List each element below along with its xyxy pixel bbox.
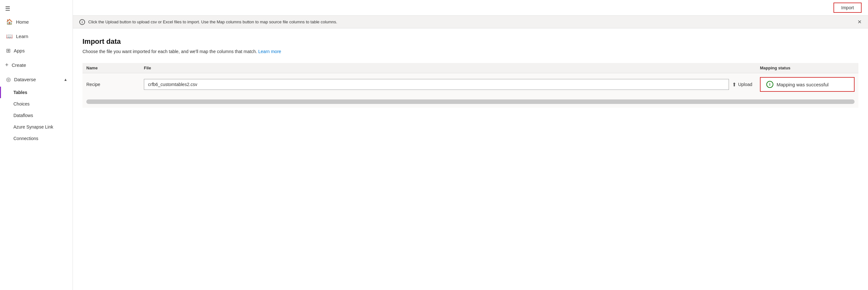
sidebar-item-create[interactable]: + Create — [0, 58, 72, 72]
file-input-wrapper: ⬆ Upload — [144, 79, 752, 90]
upload-arrow-icon: ⬆ — [732, 82, 736, 88]
sidebar-item-home[interactable]: 🏠 Home — [0, 15, 72, 29]
info-bar-text: Click the Upload button to upload csv or… — [88, 20, 337, 24]
topbar: Import — [73, 0, 868, 16]
learn-more-link[interactable]: Learn more — [258, 49, 281, 54]
sidebar-item-dataverse-label: Dataverse — [14, 77, 36, 82]
sidebar-item-apps-label: Apps — [14, 48, 25, 54]
chevron-up-icon: ▲ — [64, 77, 67, 82]
sidebar-item-learn[interactable]: 📖 Learn — [0, 29, 72, 43]
learn-icon: 📖 — [6, 33, 13, 40]
mapping-success-box: i Mapping was successful — [760, 77, 855, 92]
sidebar-sub-choices[interactable]: Choices — [0, 98, 72, 110]
row-name-cell: Recipe — [83, 73, 140, 96]
sidebar-sub-choices-label: Choices — [13, 101, 30, 106]
mapping-status-text: Mapping was successful — [777, 82, 829, 87]
hamburger-icon[interactable]: ☰ — [5, 5, 10, 12]
sidebar-sub-azure-synapse-label: Azure Synapse Link — [13, 124, 53, 129]
table-row: Recipe ⬆ Upload i Mappi — [83, 73, 859, 96]
sidebar-item-apps[interactable]: ⊞ Apps — [0, 43, 72, 58]
upload-button-label: Upload — [738, 82, 752, 87]
sidebar-sub-dataflows[interactable]: Dataflows — [0, 110, 72, 121]
info-bar-close-button[interactable]: ✕ — [858, 19, 862, 25]
content-area: Import data Choose the file you want imp… — [73, 28, 868, 290]
table-header: Name File Mapping status — [83, 63, 859, 73]
sidebar-item-create-label: Create — [12, 62, 26, 68]
sidebar-sub-tables[interactable]: Tables — [0, 87, 72, 98]
content-description: Choose the file you want imported for ea… — [83, 49, 859, 54]
info-icon: i — [79, 19, 85, 25]
table-body: Recipe ⬆ Upload i Mappi — [83, 73, 859, 108]
content-description-text: Choose the file you want imported for ea… — [83, 49, 257, 54]
sidebar: ☰ 🏠 Home 📖 Learn ⊞ Apps + Create ◎ Datav… — [0, 0, 73, 290]
apps-icon: ⊞ — [6, 47, 10, 54]
home-icon: 🏠 — [6, 19, 13, 25]
horizontal-scrollbar[interactable] — [86, 99, 855, 104]
scrollbar-cell — [83, 96, 859, 108]
import-button[interactable]: Import — [834, 3, 862, 13]
sidebar-sub-connections[interactable]: Connections — [0, 133, 72, 144]
scrollbar-row — [83, 96, 859, 108]
row-mapping-status-cell: i Mapping was successful — [756, 73, 859, 96]
main-content: Import i Click the Upload button to uplo… — [73, 0, 868, 290]
col-header-name: Name — [83, 63, 140, 73]
col-header-mapping-status: Mapping status — [756, 63, 859, 73]
sidebar-sub-tables-label: Tables — [13, 90, 27, 95]
create-icon: + — [5, 62, 9, 68]
sidebar-sub-azure-synapse[interactable]: Azure Synapse Link — [0, 121, 72, 133]
success-icon: i — [766, 81, 773, 88]
sidebar-item-home-label: Home — [16, 19, 29, 25]
file-input[interactable] — [144, 79, 729, 90]
import-table: Name File Mapping status Recipe ⬆ Upload — [83, 63, 859, 108]
page-title: Import data — [83, 37, 859, 46]
sidebar-header: ☰ — [0, 0, 72, 15]
sidebar-item-dataverse[interactable]: ◎ Dataverse ▲ — [0, 72, 72, 87]
dataverse-icon: ◎ — [6, 76, 11, 83]
sidebar-sub-connections-label: Connections — [13, 136, 38, 141]
col-header-file: File — [140, 63, 756, 73]
sidebar-sub-dataflows-label: Dataflows — [13, 113, 33, 118]
sidebar-item-learn-label: Learn — [16, 34, 28, 39]
row-file-cell: ⬆ Upload — [140, 73, 756, 96]
info-bar: i Click the Upload button to upload csv … — [73, 16, 868, 28]
upload-button[interactable]: ⬆ Upload — [732, 82, 752, 88]
